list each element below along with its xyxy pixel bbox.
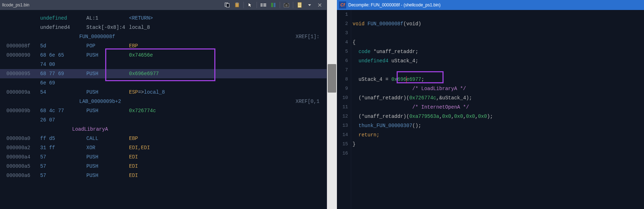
bytes: 68 77 69 [40,69,86,78]
xref [295,41,327,51]
bytes: 74 00 [40,60,86,69]
address: 00000090 [6,51,40,60]
line-number: 2 [337,19,348,28]
operand: EDI [129,152,295,162]
address [6,60,40,69]
address: 00000095 [6,69,40,78]
bytes: 68 4c 77 [40,106,86,115]
snapshot-icon[interactable] [282,1,291,9]
close-icon[interactable]: ✕ [315,1,324,9]
text-caret [406,76,407,83]
listing-header-row: undefined4 Stack[-0x8]:4 local_8 [0,23,327,32]
xref-label[interactable]: XREF[1]: [295,32,327,41]
xref [295,134,327,143]
svg-rect-7 [263,5,266,6]
bytes: 57 [40,162,86,171]
xref [295,88,327,97]
line-number: 9 [337,84,348,93]
code-line: /* LoadLibraryA */ [353,84,644,93]
code-line: return; [353,130,644,140]
fields-icon[interactable] [259,1,268,9]
decompile-title: Decompile: FUN_0000008f - (shellcode_ps1… [348,2,440,7]
mnemonic: PUSH [86,152,129,162]
paste-icon[interactable] [233,1,241,9]
diff-icon[interactable] [269,1,278,9]
xref [295,143,327,152]
type-label: undefined4 [40,23,86,32]
decompile-code[interactable]: void FUN_0000008f(void) { code *unaff_re… [351,10,644,209]
listing-row[interactable]: 0000009b68 4c 77PUSH0x726774c [0,106,327,115]
toolbar-separator [257,2,257,8]
svg-rect-9 [274,3,275,7]
decompile-panel: Cf Decompile: FUN_0000008f - (shellcode_… [337,0,644,209]
line-number: 5 [337,47,348,56]
svg-point-11 [285,4,288,6]
address [6,78,40,88]
listing-row[interactable]: 000000a231 ffXOREDI,EDI [0,143,327,152]
dropdown-icon[interactable] [305,1,314,9]
symbol-row: LoadLibraryA [0,125,327,134]
listing-row[interactable]: 26 07 [0,115,327,125]
listing-row[interactable]: 0000009568 77 69PUSH0x696e6977 [0,69,327,78]
mnemonic [86,60,129,69]
mnemonic: CALL [86,134,129,143]
line-number: 7 [337,66,348,75]
function-name[interactable]: FUN_0000008f [79,32,115,41]
listing-row[interactable]: 000000a657PUSHEDI [0,171,327,180]
listing-row[interactable]: 0000009a54PUSHESP=>local_8 [0,88,327,97]
listing-row[interactable]: 74 00 [0,60,327,69]
mnemonic: PUSH [86,69,129,78]
mnemonic: POP [86,41,129,51]
code-line: undefined4 uStack_4; [353,56,644,66]
mnemonic: PUSH [86,51,129,60]
listing-row[interactable]: 000000a557PUSHEDI [0,162,327,171]
listing-title: llcode_ps1.bin [2,2,29,7]
symbol-name[interactable]: LoadLibraryA [72,125,108,134]
listing-row[interactable]: 0000009068 6e 65PUSH0x74656e [0,51,327,60]
overview-ruler[interactable] [327,0,337,209]
bytes: 5d [40,41,86,51]
address: 000000a4 [6,152,40,162]
line-number-gutter: 12345678910111213141516 [337,10,351,209]
operand: EBP [129,41,295,51]
xref [295,115,327,125]
decompile-title-bar: Cf Decompile: FUN_0000008f - (shellcode_… [337,0,644,10]
xref [295,60,327,69]
xref [295,106,327,115]
svg-rect-1 [226,4,229,7]
operand: EBP [129,134,295,143]
notes-icon[interactable] [295,1,304,9]
line-number: 15 [337,140,348,149]
line-number: 16 [337,149,348,158]
mnemonic: PUSH [86,162,129,171]
xref [295,51,327,60]
code-line [353,10,644,19]
xref [295,171,327,180]
bytes: 26 07 [40,115,86,125]
address: 000000a5 [6,162,40,171]
bytes: 57 [40,152,86,162]
listing-body[interactable]: undefined AL:1 <RETURN> undefined4 Stack… [0,10,327,209]
xref-label[interactable]: XREF[0,1 [295,97,327,106]
toolbar-separator [280,2,280,8]
label-name[interactable]: LAB_0000009b+2 [79,97,121,106]
cursor-icon[interactable] [246,1,254,9]
operand: EDI [129,171,295,180]
xref [295,78,327,88]
listing-row[interactable]: 6e 69 [0,78,327,88]
decompile-body[interactable]: 12345678910111213141516 void FUN_0000008… [337,10,644,209]
code-line: code *unaff_retaddr; [353,47,644,56]
operand: ESP=>local_8 [129,88,295,97]
listing-row[interactable]: 000000a457PUSHEDI [0,152,327,162]
svg-rect-13 [298,2,301,7]
listing-panel: llcode_ps1.bin ✕ [0,0,327,209]
operand [129,115,295,125]
mnemonic: PUSH [86,88,129,97]
listing-row[interactable]: 000000a0ff d5CALLEBP [0,134,327,143]
listing-row[interactable]: 0000008f5dPOPEBP [0,41,327,51]
copy-icon[interactable] [223,1,231,9]
scroll-thumb[interactable] [328,64,336,93]
line-number: 6 [337,56,348,66]
stack-label: Stack[-0x8]:4 [86,23,129,32]
svg-rect-4 [261,4,263,5]
